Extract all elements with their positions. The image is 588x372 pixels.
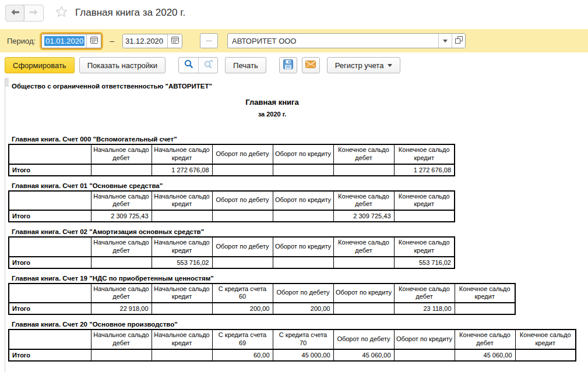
ledger-section-title: Главная книга. Счет 000 "Вспомогательный… xyxy=(8,136,588,143)
total-value xyxy=(515,349,576,361)
ledger-table: Начальное сальдо дебетНачальное сальдо к… xyxy=(8,329,576,362)
total-value xyxy=(152,210,212,222)
column-header: Начальное сальдо кредит xyxy=(152,284,212,303)
total-value: 1 272 676,08 xyxy=(152,164,212,176)
column-header: Оборот по кредиту xyxy=(333,284,394,303)
search-button[interactable] xyxy=(179,58,198,73)
total-value: 553 716,02 xyxy=(394,257,455,268)
favorite-button[interactable] xyxy=(55,6,68,20)
period-to-calendar-button[interactable] xyxy=(167,34,182,48)
total-row: Итого22 918,00200,00200,0023 118,00 xyxy=(9,303,515,314)
organization-dropdown-button[interactable] xyxy=(438,34,452,48)
search-next-icon xyxy=(203,59,213,71)
ledger-section: Главная книга. Счет 000 "Вспомогательный… xyxy=(8,136,588,176)
report-subtitle: за 2020 г. xyxy=(8,111,536,118)
spreadsheet-corner xyxy=(5,78,9,87)
register-menu-label: Регистр учета xyxy=(335,61,384,70)
mail-envelope-icon xyxy=(305,61,316,70)
ledger-section: Главная книга. Счет 02 "Амортизация осно… xyxy=(8,228,588,269)
ledger-section: Главная книга. Счет 01 "Основные средств… xyxy=(8,182,588,223)
total-value xyxy=(333,303,394,314)
ledger-header-row: Начальное сальдо дебетНачальное сальдо к… xyxy=(9,330,576,349)
column-header: Начальное сальдо кредит xyxy=(152,330,212,349)
ledger-header-row: Начальное сальдо дебетНачальное сальдо к… xyxy=(9,284,515,303)
column-header: С кредита счета 69 xyxy=(212,330,273,349)
title-bar: Главная книга за 2020 г. xyxy=(0,0,588,26)
print-button[interactable]: Печать xyxy=(225,57,266,73)
period-from-field[interactable]: 01.01.2020 xyxy=(41,34,101,48)
total-value: 23 118,00 xyxy=(394,303,455,314)
column-header: Начальное сальдо дебет xyxy=(91,191,152,211)
total-value: 200,00 xyxy=(273,303,333,314)
total-label: Итого xyxy=(9,210,91,222)
total-value: 45 060,00 xyxy=(333,349,394,361)
column-header xyxy=(9,144,91,164)
back-button[interactable] xyxy=(5,5,24,22)
register-menu-button[interactable]: Регистр учета xyxy=(327,57,401,73)
search-next-button[interactable] xyxy=(198,58,217,73)
page-title: Главная книга за 2020 г. xyxy=(75,7,185,19)
total-value xyxy=(455,303,515,314)
column-header: Начальное сальдо дебет xyxy=(91,330,152,349)
total-value xyxy=(333,257,394,268)
total-value xyxy=(91,257,152,268)
period-from-value: 01.01.2020 xyxy=(44,36,84,46)
column-header: Конечное сальдо дебет xyxy=(394,284,455,303)
column-header: Начальное сальдо дебет xyxy=(91,237,152,257)
ledger-section-title: Главная книга. Счет 01 "Основные средств… xyxy=(8,182,588,189)
column-header: Оборот по дебету xyxy=(212,144,273,164)
column-header: Оборот по дебету xyxy=(273,284,333,303)
ledger-section-title: Главная книга. Счет 02 "Амортизация осно… xyxy=(8,228,588,235)
ledger-table: Начальное сальдо дебетНачальное сальдо к… xyxy=(8,283,516,316)
column-header: Конечное сальдо дебет xyxy=(333,144,394,164)
period-more-button[interactable]: ... xyxy=(200,33,218,48)
report-title: Главная книга xyxy=(8,98,536,107)
save-button[interactable] xyxy=(279,57,297,73)
ledger-section-title: Главная книга. Счет 19 "НДС по приобрете… xyxy=(8,275,588,282)
column-header: Оборот по кредиту xyxy=(273,191,333,211)
back-arrow-icon xyxy=(10,8,20,18)
total-label: Итого xyxy=(9,164,91,176)
total-value xyxy=(152,349,212,361)
column-header: Конечное сальдо кредит xyxy=(394,237,455,257)
column-header: Конечное сальдо кредит xyxy=(394,144,455,164)
total-value xyxy=(212,257,273,268)
star-outline-icon xyxy=(55,6,68,20)
total-value xyxy=(333,164,394,176)
period-to-input[interactable]: 31.12.2020 xyxy=(123,34,167,48)
organization-combo[interactable]: АВТОРИТЕТ ООО xyxy=(227,33,466,48)
search-button-group xyxy=(178,57,218,73)
column-header xyxy=(9,191,91,211)
total-value: 60,00 xyxy=(212,349,273,361)
organization-input[interactable]: АВТОРИТЕТ ООО xyxy=(228,34,438,48)
column-header: Конечное сальдо кредит xyxy=(455,284,515,303)
ledger-section: Главная книга. Счет 20 "Основное произво… xyxy=(8,321,588,362)
total-value xyxy=(273,164,333,176)
show-settings-button[interactable]: Показать настройки xyxy=(79,57,166,73)
column-header: Начальное сальдо кредит xyxy=(152,237,212,257)
forward-button[interactable] xyxy=(24,5,43,21)
total-value xyxy=(394,210,455,222)
column-header: Начальное сальдо дебет xyxy=(91,144,152,164)
period-from-input[interactable]: 01.01.2020 xyxy=(42,34,86,48)
column-header xyxy=(9,237,91,257)
company-name: Общество с ограниченной ответственностью… xyxy=(8,83,588,90)
generate-button[interactable]: Сформировать xyxy=(5,57,75,73)
total-value xyxy=(91,164,152,176)
column-header: Начальное сальдо кредит xyxy=(152,191,212,211)
column-header: Конечное сальдо дебет xyxy=(333,191,394,211)
open-in-window-icon xyxy=(455,36,463,46)
report-sections: Главная книга. Счет 000 "Вспомогательный… xyxy=(8,136,588,362)
mail-button[interactable] xyxy=(302,57,320,73)
period-to-field[interactable]: 31.12.2020 xyxy=(122,34,182,48)
total-value xyxy=(212,210,273,222)
column-header: Оборот по дебету xyxy=(333,330,394,349)
organization-open-button[interactable] xyxy=(452,34,465,48)
total-value: 200,00 xyxy=(212,303,273,314)
total-row: Итого1 272 676,081 272 676,08 xyxy=(9,164,455,176)
column-header: Конечное сальдо кредит xyxy=(394,191,455,211)
report-content: Общество с ограниченной ответственностью… xyxy=(0,78,588,362)
period-from-calendar-button[interactable] xyxy=(86,34,101,48)
column-header: С кредита счета 60 xyxy=(212,284,273,303)
ledger-table: Начальное сальдо дебетНачальное сальдо к… xyxy=(8,236,455,269)
